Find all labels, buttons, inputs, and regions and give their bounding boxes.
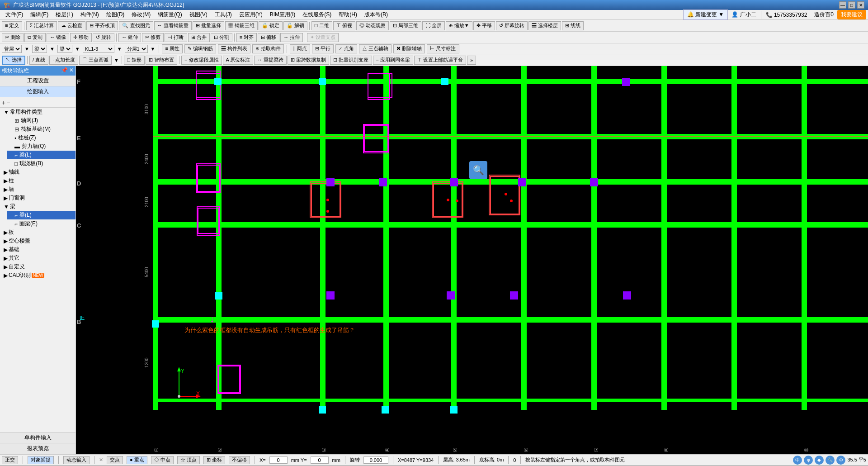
view-rebar-btn[interactable]: ↔ 查看钢筋量 (154, 21, 192, 30)
menu-cloud[interactable]: 云应用(Y) (236, 10, 266, 19)
y-input[interactable] (311, 456, 329, 464)
apply-same-name-btn[interactable]: ≡ 应用到同名梁 (373, 56, 413, 65)
tree-column[interactable]: ▶柱 (0, 176, 75, 185)
rebar-3d-btn[interactable]: ▦ 钢筋三维 (225, 21, 258, 30)
fullscreen-btn[interactable]: ⛶ 全屏 (422, 21, 445, 30)
sidebar-item-shear-wall[interactable]: ▬剪力墙(Q) (7, 142, 75, 151)
add-icon[interactable]: + (2, 99, 5, 106)
icon-gear[interactable]: ⚙ (836, 456, 845, 465)
break-btn[interactable]: ⊣ 打断 (165, 33, 187, 42)
more-btn[interactable]: » (467, 56, 476, 65)
element-select[interactable]: KL1-3 (83, 45, 114, 53)
menu-online[interactable]: 在线服务(S) (299, 10, 335, 19)
local-3d-btn[interactable]: ⊡ 局部三维 (390, 21, 421, 30)
magnifier-icon[interactable]: 🔍 (469, 161, 487, 179)
line-btn[interactable]: / 直线 (29, 56, 48, 65)
set-point-btn[interactable]: ✦ 设置支点 (307, 33, 339, 42)
tree-other[interactable]: ▶其它 (0, 254, 75, 262)
sidebar-item-axis[interactable]: ⊞轴网(J) (7, 116, 75, 125)
close-button[interactable]: ✕ (857, 1, 864, 9)
menu-modify[interactable]: 修改(M) (128, 10, 154, 19)
tree-axes[interactable]: ▶轴线 (0, 168, 75, 176)
del-axis-btn[interactable]: ✖ 删除辅轴 (393, 44, 425, 53)
trim-btn[interactable]: ✂ 修剪 (142, 33, 164, 42)
merge-btn[interactable]: ⊞ 合并 (188, 33, 210, 42)
icon-diamond[interactable]: ◆ (815, 456, 824, 465)
move-btn[interactable]: ✛ 移动 (70, 33, 92, 42)
icon-phi[interactable]: φ (804, 456, 813, 465)
tree-board[interactable]: ▶板 (0, 228, 75, 237)
top-btn[interactable]: ⊤ 俯视 (333, 21, 355, 30)
tree-hollow[interactable]: ▶空心楼盖 (0, 237, 75, 245)
drawing-canvas[interactable]: F E D C B 3100 2400 2100 5400 1200 ① ② ③… (76, 66, 868, 454)
cloud-check-btn[interactable]: ☁ 云检查 (58, 21, 85, 30)
dynamic-input-btn[interactable]: 动态输入 (63, 456, 90, 464)
element-list-btn[interactable]: ☰ 构件列表 (218, 44, 250, 53)
lock-btn[interactable]: 🔒 锁定 (259, 21, 283, 30)
dynamic-obs-btn[interactable]: ◎ 动态观察 (356, 21, 389, 30)
pick-btn[interactable]: ⊕ 抬取构件 (252, 44, 284, 53)
menu-view[interactable]: 视图(V) (186, 10, 211, 19)
edit-beam-seg-btn[interactable]: ≡ 修改梁段属性 (181, 56, 222, 65)
drawing-input-btn[interactable]: 绘图输入 (0, 86, 75, 97)
delete-btn[interactable]: ✂ 删除 (2, 33, 24, 42)
layer-select[interactable]: 分层1 (125, 45, 148, 53)
zoom-btn[interactable]: ⊕ 缩放▼ (446, 21, 472, 30)
menu-gxe[interactable]: 👤 广小二 (728, 10, 760, 19)
sidebar-item-beam[interactable]: ⌐梁(L) (7, 151, 75, 159)
grid-btn[interactable]: ⊞ 线线 (562, 21, 584, 30)
pt-len-btn[interactable]: · 点加长度 (49, 56, 78, 65)
tree-foundation[interactable]: ▶基础 (0, 245, 75, 254)
single-input-btn[interactable]: 单构件输入 (0, 433, 75, 443)
sidebar-item-column[interactable]: ▪柱桩(Z) (7, 133, 75, 142)
extend-btn[interactable]: ↔ 延伸 (118, 33, 141, 42)
arc-btn[interactable]: ⌒ 三点画弧 (79, 56, 112, 65)
tree-opening[interactable]: ▶门窗洞 (0, 194, 75, 202)
sidebar-item-mat-foundation[interactable]: ⊟筏板基础(M) (7, 125, 75, 133)
align-btn[interactable]: ≡ 对齐 (236, 33, 257, 42)
mirror-btn[interactable]: ↔ 镜像 (47, 33, 69, 42)
tree-common-types[interactable]: ▼ 常用构件类型 (0, 108, 75, 116)
menu-file[interactable]: 文件(F) (2, 10, 27, 19)
define-btn[interactable]: ≡ 定义 (2, 21, 22, 30)
intersect-btn[interactable]: 交点 (107, 456, 123, 464)
midpoint-btn[interactable]: ◇ 中点 (151, 456, 174, 464)
select-layer-btn[interactable]: ☰ 选择楼层 (528, 21, 561, 30)
icon-wrench[interactable]: 🔧 (826, 456, 835, 465)
2d-btn[interactable]: □ 二维 (311, 21, 332, 30)
property-btn[interactable]: ≡ 属性 (162, 44, 182, 53)
parallel-btn[interactable]: ⊟ 平行 (312, 44, 334, 53)
three-axis-btn[interactable]: △ 三点辅轴 (359, 44, 392, 53)
rotate-input[interactable] (363, 456, 388, 464)
no-offset-btn[interactable]: 不偏移 (229, 456, 250, 464)
menu-draw[interactable]: 绘图(D) (103, 10, 128, 19)
menu-version[interactable]: 版本号(B) (361, 10, 392, 19)
menu-floor[interactable]: 楼层(L) (52, 10, 77, 19)
set-top-btn[interactable]: ⊤ 设置上部筋遇平台 (414, 56, 466, 65)
flatten-btn[interactable]: ⊟ 平齐板顶 (86, 21, 118, 30)
re-span-btn[interactable]: ↔ 重提梁跨 (254, 56, 287, 65)
menu-rebar[interactable]: 钢筋量(Q) (154, 10, 185, 19)
minimize-button[interactable]: — (839, 1, 846, 9)
menu-new-change[interactable]: 🔔 新建变更 ▼ (683, 10, 728, 20)
smart-layout-btn[interactable]: ⊞ 智能布置 (146, 56, 177, 65)
titlebar-right[interactable]: — □ ✕ (839, 1, 864, 9)
coord-btn[interactable]: ⊞ 坐标 (203, 456, 225, 464)
unlock-btn[interactable]: 🔓 解锁 (283, 21, 307, 30)
stretch-btn[interactable]: ↔ 拉伸 (280, 33, 303, 42)
icon-zh[interactable]: 中 (793, 456, 802, 465)
calc-btn[interactable]: Σ 汇总计算 (26, 21, 57, 30)
menu-element[interactable]: 构件(N) (77, 10, 103, 19)
menu-edit[interactable]: 编辑(E) (27, 10, 52, 19)
menu-tools[interactable]: 工具(J) (211, 10, 236, 19)
tree-beam[interactable]: ▼梁 (0, 202, 75, 211)
span-copy-btn[interactable]: ⊞ 梁跨数据复制 (288, 56, 329, 65)
minus-icon[interactable]: − (6, 99, 10, 106)
snap-btn[interactable]: 对象捕捉 (28, 456, 54, 464)
sidebar-item-beam2[interactable]: ⌐梁(L) (7, 211, 75, 219)
midweight-btn[interactable]: ● 重点 (127, 456, 147, 464)
engineering-settings-btn[interactable]: 工程设置 (0, 76, 75, 86)
maximize-button[interactable]: □ (848, 1, 855, 9)
feedback-btn[interactable]: 我要建议 (837, 10, 866, 19)
floor-select[interactable]: 普层 (2, 45, 22, 53)
